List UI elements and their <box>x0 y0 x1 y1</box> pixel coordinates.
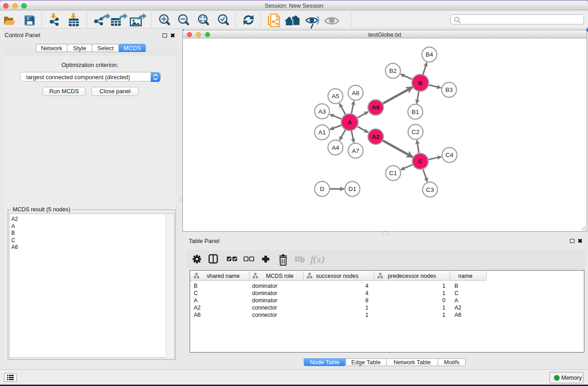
svg-text:connector: connector <box>252 312 277 318</box>
svg-text:f(x): f(x) <box>311 253 325 265</box>
svg-text:1: 1 <box>365 312 368 318</box>
svg-text:B1: B1 <box>411 109 419 115</box>
svg-text:A2: A2 <box>372 133 379 140</box>
svg-text:B4: B4 <box>425 51 433 58</box>
svg-text:A: A <box>454 297 459 304</box>
svg-text:A2: A2 <box>454 305 461 311</box>
svg-text:MCDS role: MCDS role <box>266 273 293 279</box>
svg-text:successor nodes: successor nodes <box>316 273 359 279</box>
svg-text:connector: connector <box>252 305 277 311</box>
svg-text:B2: B2 <box>389 67 397 74</box>
svg-text:dominator: dominator <box>252 283 277 289</box>
svg-text:A5: A5 <box>332 93 339 100</box>
svg-text:0: 0 <box>442 297 445 304</box>
svg-text:B: B <box>454 283 458 289</box>
svg-text:A3: A3 <box>318 108 326 115</box>
svg-text:B: B <box>418 80 423 86</box>
svg-text:8: 8 <box>365 297 368 304</box>
svg-text:D1: D1 <box>349 186 356 192</box>
svg-text:shared name: shared name <box>207 273 240 279</box>
svg-text:1: 1 <box>442 283 445 289</box>
svg-text:A4: A4 <box>332 144 339 151</box>
svg-text:1: 1 <box>365 305 368 311</box>
svg-text:B: B <box>194 283 197 289</box>
svg-text:dominator: dominator <box>252 297 277 304</box>
svg-text:C2: C2 <box>411 129 419 135</box>
svg-text:A: A <box>348 119 352 126</box>
svg-text:A: A <box>194 297 198 304</box>
svg-text:1: 1 <box>442 305 445 311</box>
svg-text:C3: C3 <box>426 186 434 193</box>
svg-text:name: name <box>458 273 472 279</box>
svg-text:B3: B3 <box>445 86 453 93</box>
svg-text:A8: A8 <box>352 90 359 96</box>
svg-text:4: 4 <box>365 283 368 289</box>
svg-text:C: C <box>418 158 423 165</box>
svg-text:A6: A6 <box>372 104 380 111</box>
svg-text:C4: C4 <box>445 152 454 158</box>
svg-text:C: C <box>454 290 459 296</box>
svg-text:1: 1 <box>442 290 445 296</box>
svg-text:A2: A2 <box>194 305 201 311</box>
svg-text:A6: A6 <box>454 312 461 318</box>
svg-text:predecessor nodes: predecessor nodes <box>388 273 436 279</box>
svg-text:A6: A6 <box>194 312 201 318</box>
svg-text:4: 4 <box>365 290 368 296</box>
svg-text:A1: A1 <box>318 129 326 136</box>
svg-text:D: D <box>320 186 325 192</box>
svg-text:C: C <box>194 290 198 296</box>
svg-text:C1: C1 <box>389 170 397 176</box>
svg-text:A7: A7 <box>352 148 359 154</box>
svg-text:dominator: dominator <box>252 290 277 296</box>
svg-text:1: 1 <box>442 312 445 318</box>
